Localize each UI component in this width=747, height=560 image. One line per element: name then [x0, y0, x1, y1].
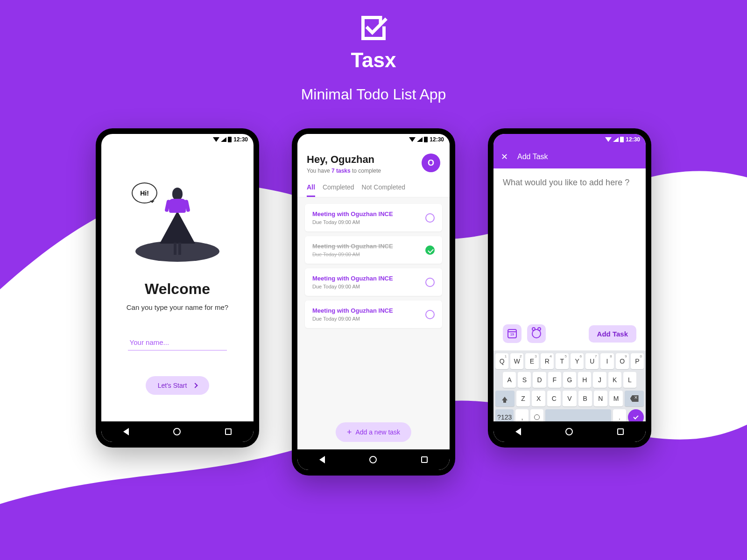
key-e[interactable]: E3: [525, 353, 538, 369]
close-icon[interactable]: ✕: [501, 152, 508, 162]
key-c[interactable]: C: [547, 391, 561, 406]
nav-recent-icon[interactable]: [617, 428, 624, 435]
alarm-clock-icon: [532, 329, 541, 338]
android-nav-bar: [101, 421, 254, 442]
nav-home-icon[interactable]: [173, 428, 181, 435]
key-t[interactable]: T5: [556, 353, 569, 369]
calendar-button[interactable]: [503, 324, 521, 343]
lets-start-button[interactable]: Let's Start: [146, 376, 210, 395]
status-time: 12:30: [233, 136, 248, 143]
battery-icon: [620, 137, 624, 142]
nav-recent-icon[interactable]: [421, 456, 428, 463]
key-d[interactable]: D: [533, 372, 546, 388]
android-nav-bar: [493, 421, 646, 442]
key-h[interactable]: H: [578, 372, 591, 388]
check-icon: [633, 414, 638, 419]
key-q[interactable]: Q1: [495, 353, 508, 369]
task-title: Meeting with Oguzhan INCE: [312, 275, 393, 282]
task-title: Meeting with Oguzhan INCE: [312, 307, 393, 314]
key-k[interactable]: K: [608, 372, 621, 388]
task-due: Due Today 09:00 AM: [312, 219, 393, 225]
key-g[interactable]: G: [563, 372, 576, 388]
name-input[interactable]: [128, 335, 227, 350]
emoji-icon: [534, 414, 540, 420]
greeting-subtitle: You have 7 tasks to complete: [307, 168, 381, 174]
task-checkbox[interactable]: [425, 310, 435, 319]
tab-completed[interactable]: Completed: [323, 183, 354, 197]
nav-home-icon[interactable]: [565, 428, 573, 435]
task-title: Meeting with Oguzhan INCE: [312, 210, 393, 217]
task-card[interactable]: Meeting with Oguzhan INCEDue Today 09:00…: [305, 268, 442, 296]
avatar[interactable]: O: [422, 154, 440, 172]
key-v[interactable]: V: [563, 391, 576, 406]
key-backspace[interactable]: [625, 391, 644, 406]
key-b[interactable]: B: [578, 391, 592, 406]
nav-back-icon[interactable]: [319, 456, 325, 463]
alarm-button[interactable]: [527, 324, 546, 343]
add-task-button[interactable]: + Add a new task: [336, 422, 411, 442]
android-nav-bar: [297, 449, 450, 470]
wifi-icon: [605, 137, 612, 142]
wifi-icon: [213, 137, 219, 142]
key-z[interactable]: Z: [516, 391, 530, 406]
add-task-title: Add Task: [517, 153, 548, 161]
status-time: 12:30: [626, 136, 640, 143]
shift-icon: [502, 397, 507, 400]
greeting-title: Hey, Oguzhan: [307, 154, 381, 166]
nav-back-icon[interactable]: [123, 428, 129, 435]
key-w[interactable]: W2: [510, 353, 523, 369]
task-checkbox[interactable]: [425, 245, 435, 255]
add-task-header: ✕ Add Task: [493, 145, 646, 168]
key-j[interactable]: J: [593, 372, 606, 388]
promo-header: Tasx Minimal Todo List App: [0, 14, 747, 103]
key-n[interactable]: N: [594, 391, 607, 406]
app-tagline: Minimal Todo List App: [0, 86, 747, 103]
tab-all[interactable]: All: [307, 183, 315, 197]
key-a[interactable]: A: [503, 372, 516, 388]
task-card[interactable]: Meeting with Oguzhan INCEDue Today 09:00…: [305, 236, 442, 264]
status-bar: 12:30: [101, 134, 254, 145]
status-time: 12:30: [430, 136, 444, 143]
submit-task-button[interactable]: Add Task: [589, 325, 636, 343]
phone-task-list: 12:30 Hey, Oguzhan You have 7 tasks to c…: [292, 128, 455, 476]
phone-add-task: 12:30 ✕ Add Task Add Task Q1W2E3R4T5Y6U7…: [488, 128, 651, 448]
key-o[interactable]: O9: [616, 353, 629, 369]
add-task-label: Add a new task: [355, 428, 400, 436]
app-name: Tasx: [0, 49, 747, 72]
status-bar: 12:30: [297, 134, 450, 145]
backspace-icon: [630, 395, 639, 402]
task-textarea[interactable]: [503, 178, 636, 308]
key-s[interactable]: S: [518, 372, 531, 388]
key-m[interactable]: M: [609, 391, 623, 406]
key-x[interactable]: X: [532, 391, 545, 406]
signal-icon: [417, 137, 423, 142]
key-p[interactable]: P0: [631, 353, 644, 369]
task-due: Due Today 09:00 AM: [312, 284, 393, 289]
wifi-icon: [409, 137, 416, 142]
battery-icon: [424, 137, 428, 142]
task-card[interactable]: Meeting with Oguzhan INCEDue Today 09:00…: [305, 204, 442, 231]
signal-icon: [221, 137, 226, 142]
nav-home-icon[interactable]: [369, 456, 377, 463]
nav-back-icon[interactable]: [515, 428, 521, 435]
welcome-title: Welcome: [115, 280, 240, 298]
filter-tabs: All Completed Not Completed: [297, 179, 450, 197]
key-u[interactable]: U7: [585, 353, 599, 369]
task-checkbox[interactable]: [425, 213, 435, 223]
task-due: Due Today 09:00 AM: [312, 316, 393, 322]
nav-recent-icon[interactable]: [225, 428, 232, 435]
task-checkbox[interactable]: [425, 278, 435, 287]
key-shift[interactable]: [495, 391, 514, 406]
keyboard: Q1W2E3R4T5Y6U7I8O9P0 ASDFGHJKL ZXCVBNM ?…: [493, 350, 646, 432]
key-i[interactable]: I8: [600, 353, 613, 369]
battery-icon: [228, 137, 232, 142]
task-due: Due Today 09:00 AM: [312, 252, 393, 257]
app-logo-icon: [359, 14, 388, 44]
key-f[interactable]: F: [548, 372, 561, 388]
task-card[interactable]: Meeting with Oguzhan INCEDue Today 09:00…: [305, 301, 442, 328]
key-r[interactable]: R4: [541, 353, 554, 369]
key-y[interactable]: Y6: [571, 353, 584, 369]
tab-not-completed[interactable]: Not Completed: [362, 183, 405, 197]
signal-icon: [613, 137, 619, 142]
key-l[interactable]: L: [623, 372, 636, 388]
